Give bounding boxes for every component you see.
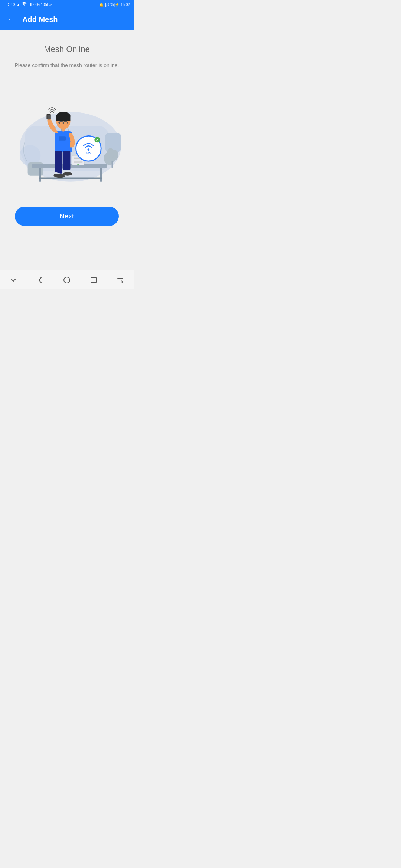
svg-point-46 (64, 277, 70, 283)
svg-point-22 (77, 164, 79, 165)
page-title: Mesh Online (44, 45, 90, 54)
illustration-container: 50S ✓ (7, 80, 126, 199)
svg-rect-14 (100, 168, 102, 182)
svg-point-24 (88, 149, 90, 151)
main-content: Mesh Online Please confirm that the mesh… (0, 30, 134, 270)
svg-rect-47 (91, 277, 96, 283)
svg-point-44 (63, 172, 72, 176)
svg-rect-39 (47, 115, 50, 119)
status-battery: [55%]⚡ (105, 3, 119, 7)
nav-home[interactable] (60, 273, 74, 287)
svg-rect-37 (59, 137, 66, 141)
next-button[interactable]: Next (15, 207, 119, 226)
button-container: Next (7, 199, 126, 233)
status-bar: HD 4G ▲ HD 4G 105B/s 🔔 [55%]⚡ 15:02 (0, 0, 134, 9)
status-time: 15:02 (121, 3, 130, 7)
svg-rect-15 (39, 178, 102, 179)
svg-rect-8 (111, 161, 113, 168)
nav-recents[interactable] (87, 273, 101, 287)
back-button[interactable]: ← (6, 14, 16, 25)
svg-rect-13 (39, 168, 41, 182)
status-left: HD 4G ▲ HD 4G 105B/s (4, 2, 52, 7)
svg-text:✓: ✓ (96, 138, 98, 142)
status-wifi (22, 2, 27, 7)
nav-menu[interactable] (113, 273, 127, 287)
page-subtitle: Please confirm that the mesh router is o… (15, 62, 119, 69)
svg-rect-40 (55, 151, 62, 170)
app-header: ← Add Mesh (0, 9, 134, 30)
svg-text:50S: 50S (86, 152, 91, 155)
status-right: 🔔 [55%]⚡ 15:02 (99, 3, 130, 7)
mesh-online-illustration: 50S ✓ (7, 91, 126, 189)
svg-rect-30 (56, 115, 71, 121)
svg-rect-3 (105, 133, 121, 152)
nav-chevron-down[interactable] (6, 273, 20, 287)
status-hd: HD (4, 3, 9, 7)
status-speed: HD 4G 105B/s (28, 3, 52, 7)
header-title: Add Mesh (22, 15, 58, 24)
nav-back[interactable] (33, 273, 47, 287)
bottom-nav (0, 270, 134, 289)
svg-rect-41 (63, 151, 71, 170)
status-alarm-icon: 🔔 (99, 3, 104, 7)
status-signal: 4G ▲ (10, 3, 20, 7)
